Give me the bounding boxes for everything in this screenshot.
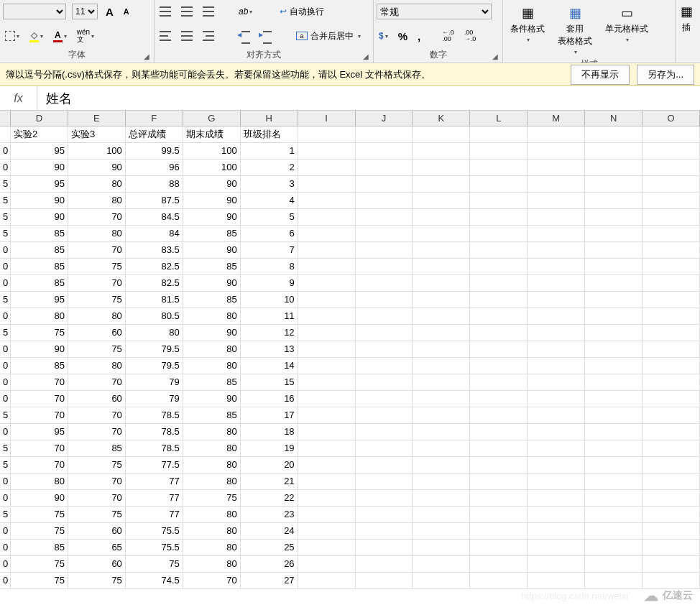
cell[interactable] <box>356 507 413 522</box>
cell[interactable]: 85 <box>183 292 241 308</box>
cell[interactable] <box>528 193 585 208</box>
cell[interactable] <box>413 424 470 440</box>
cell[interactable]: 90 <box>183 176 241 192</box>
cell[interactable] <box>643 292 700 308</box>
cell[interactable] <box>585 226 643 241</box>
cell-stub[interactable]: 0 <box>0 523 11 539</box>
cell[interactable] <box>356 242 413 258</box>
cell[interactable]: 84.5 <box>126 209 183 225</box>
cell[interactable]: 70 <box>68 242 126 258</box>
cell[interactable] <box>356 490 413 506</box>
header-cell[interactable]: 期末成绩 <box>183 126 241 142</box>
cell[interactable] <box>643 143 700 159</box>
cell[interactable] <box>585 259 643 274</box>
cell[interactable] <box>356 391 413 407</box>
cell-stub[interactable]: 5 <box>0 457 11 473</box>
cell[interactable]: 90 <box>183 275 241 291</box>
cell[interactable] <box>643 540 700 555</box>
decrease-decimal-button[interactable]: .00→.0 <box>462 27 479 45</box>
cell[interactable]: 90 <box>11 341 68 357</box>
col-header-stub[interactable] <box>0 111 11 126</box>
cell[interactable] <box>643 391 700 407</box>
col-header-D[interactable]: D <box>11 111 68 126</box>
cell[interactable] <box>585 160 643 175</box>
save-as-button[interactable]: 另存为... <box>637 65 694 85</box>
cell[interactable] <box>356 424 413 440</box>
cell[interactable] <box>298 325 356 341</box>
cell[interactable]: 60 <box>68 523 126 539</box>
cell[interactable] <box>585 473 643 489</box>
cell[interactable]: 80 <box>11 308 68 324</box>
cell[interactable] <box>470 440 528 456</box>
insert-button[interactable]: ▦ 插 <box>678 1 694 35</box>
cell[interactable] <box>528 523 585 539</box>
cell-stub[interactable]: 5 <box>0 325 11 341</box>
cell[interactable] <box>470 275 528 291</box>
cell[interactable] <box>643 275 700 291</box>
col-header-L[interactable]: L <box>470 111 528 126</box>
cell[interactable]: 75 <box>68 341 126 357</box>
cell[interactable] <box>470 209 528 225</box>
cell[interactable]: 75 <box>68 573 126 588</box>
header-cell[interactable] <box>528 126 585 142</box>
cell[interactable] <box>356 540 413 555</box>
cell[interactable]: 87.5 <box>126 193 183 208</box>
cell[interactable] <box>585 424 643 440</box>
header-cell[interactable] <box>470 126 528 142</box>
cell[interactable] <box>528 358 585 374</box>
cell[interactable] <box>470 226 528 241</box>
col-header-F[interactable]: F <box>126 111 183 126</box>
phonetic-button[interactable]: wén文 <box>75 27 96 45</box>
cell[interactable]: 70 <box>68 473 126 489</box>
cell[interactable] <box>643 341 700 357</box>
cell[interactable]: 85 <box>11 259 68 274</box>
cell-stub[interactable]: 0 <box>0 573 11 588</box>
cell[interactable] <box>643 242 700 258</box>
cell[interactable] <box>413 573 470 588</box>
align-right-button[interactable] <box>201 29 216 43</box>
cell[interactable] <box>528 242 585 258</box>
cell[interactable] <box>528 160 585 175</box>
cell[interactable]: 85 <box>183 226 241 241</box>
cell[interactable] <box>413 209 470 225</box>
cell[interactable]: 90 <box>11 160 68 175</box>
align-center-button[interactable] <box>179 29 195 43</box>
cell[interactable]: 70 <box>11 391 68 407</box>
cell-stub[interactable]: 0 <box>0 424 11 440</box>
cell[interactable]: 80 <box>183 424 241 440</box>
cell[interactable]: 5 <box>241 209 298 225</box>
cell[interactable] <box>298 160 356 175</box>
cell[interactable] <box>470 308 528 324</box>
cell-styles-button[interactable]: ▭ 单元格样式 <box>601 3 653 45</box>
cell[interactable] <box>528 374 585 390</box>
cell-stub[interactable]: 5 <box>0 209 11 225</box>
cell[interactable]: 70 <box>11 440 68 456</box>
col-header-G[interactable]: G <box>183 111 241 126</box>
cell[interactable] <box>356 556 413 572</box>
cell[interactable]: 10 <box>241 292 298 308</box>
cell[interactable]: 90 <box>183 193 241 208</box>
cell[interactable] <box>585 308 643 324</box>
cell[interactable] <box>470 374 528 390</box>
cell-stub[interactable]: 0 <box>0 540 11 555</box>
cell[interactable]: 100 <box>68 143 126 159</box>
cell[interactable] <box>470 424 528 440</box>
conditional-format-button[interactable]: ▦ 条件格式 <box>506 3 549 45</box>
cell[interactable]: 100 <box>183 143 241 159</box>
cell[interactable]: 21 <box>241 473 298 489</box>
cell[interactable] <box>585 358 643 374</box>
cell-stub[interactable]: 0 <box>0 242 11 258</box>
merge-center-button[interactable]: a 合并后居中 <box>294 28 363 45</box>
cell[interactable] <box>585 440 643 456</box>
cell[interactable] <box>528 275 585 291</box>
cell[interactable] <box>585 143 643 159</box>
cell[interactable] <box>470 473 528 489</box>
cell[interactable] <box>356 457 413 473</box>
cell[interactable] <box>413 523 470 539</box>
cell[interactable] <box>298 573 356 588</box>
cell[interactable]: 3 <box>241 176 298 192</box>
header-cell[interactable] <box>413 126 470 142</box>
col-header-E[interactable]: E <box>68 111 126 126</box>
cell[interactable] <box>528 341 585 357</box>
cell[interactable]: 75 <box>68 507 126 522</box>
